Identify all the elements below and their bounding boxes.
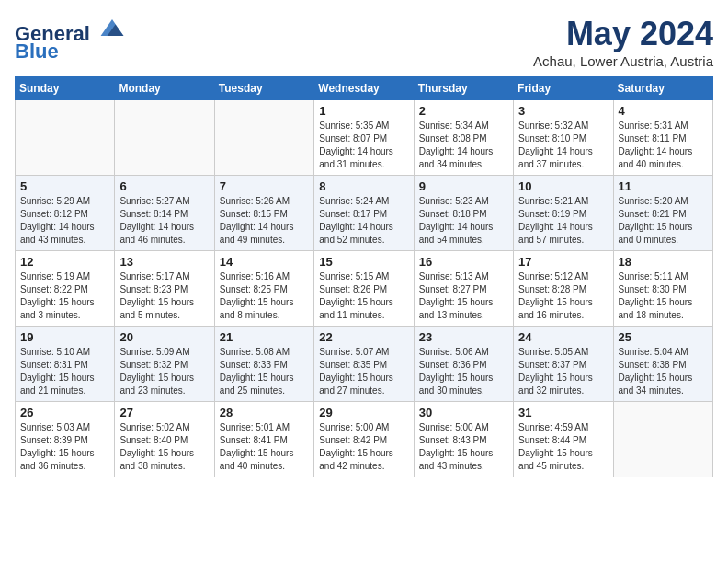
day-number: 19 <box>20 330 109 344</box>
day-number: 6 <box>119 179 209 193</box>
day-number: 31 <box>518 406 608 419</box>
day-number: 3 <box>518 104 608 118</box>
day-number: 27 <box>119 406 209 419</box>
day-info: Sunrise: 5:05 AMSunset: 8:37 PMDaylight:… <box>518 346 608 397</box>
day-info: Sunrise: 5:29 AMSunset: 8:12 PMDaylight:… <box>20 195 109 247</box>
day-cell: 28Sunrise: 5:01 AMSunset: 8:41 PMDayligh… <box>214 402 313 477</box>
day-cell: 16Sunrise: 5:13 AMSunset: 8:27 PMDayligh… <box>414 251 513 327</box>
day-number: 8 <box>319 179 408 193</box>
weekday-header-sunday: Sunday <box>16 77 115 100</box>
day-info: Sunrise: 4:59 AMSunset: 8:44 PMDaylight:… <box>518 421 608 473</box>
day-cell <box>115 100 214 176</box>
day-number: 29 <box>319 406 408 419</box>
day-info: Sunrise: 5:15 AMSunset: 8:26 PMDaylight:… <box>319 270 408 322</box>
day-cell: 19Sunrise: 5:10 AMSunset: 8:31 PMDayligh… <box>16 327 115 402</box>
day-number: 30 <box>419 406 508 419</box>
day-cell: 23Sunrise: 5:06 AMSunset: 8:36 PMDayligh… <box>414 327 513 402</box>
week-row-3: 12Sunrise: 5:19 AMSunset: 8:22 PMDayligh… <box>16 251 713 327</box>
day-cell: 3Sunrise: 5:32 AMSunset: 8:10 PMDaylight… <box>514 100 613 176</box>
day-number: 28 <box>220 406 309 419</box>
week-row-4: 19Sunrise: 5:10 AMSunset: 8:31 PMDayligh… <box>16 327 713 402</box>
day-number: 10 <box>518 179 608 193</box>
day-number: 25 <box>619 330 708 344</box>
day-info: Sunrise: 5:23 AMSunset: 8:18 PMDaylight:… <box>419 195 508 247</box>
day-cell: 4Sunrise: 5:31 AMSunset: 8:11 PMDaylight… <box>613 100 712 176</box>
day-info: Sunrise: 5:13 AMSunset: 8:27 PMDaylight:… <box>419 270 508 322</box>
day-number: 16 <box>419 255 508 269</box>
week-row-1: 1Sunrise: 5:35 AMSunset: 8:07 PMDaylight… <box>16 100 713 176</box>
day-cell: 18Sunrise: 5:11 AMSunset: 8:30 PMDayligh… <box>613 251 712 327</box>
day-cell: 30Sunrise: 5:00 AMSunset: 8:43 PMDayligh… <box>414 402 513 477</box>
day-number: 4 <box>619 104 708 118</box>
day-number: 18 <box>619 255 708 269</box>
day-number: 26 <box>20 406 109 419</box>
day-cell: 7Sunrise: 5:26 AMSunset: 8:15 PMDaylight… <box>214 176 313 251</box>
weekday-header-row: SundayMondayTuesdayWednesdayThursdayFrid… <box>16 77 713 100</box>
day-cell: 12Sunrise: 5:19 AMSunset: 8:22 PMDayligh… <box>16 251 115 327</box>
week-row-2: 5Sunrise: 5:29 AMSunset: 8:12 PMDaylight… <box>16 176 713 251</box>
weekday-header-thursday: Thursday <box>414 77 513 100</box>
day-cell: 8Sunrise: 5:24 AMSunset: 8:17 PMDaylight… <box>314 176 414 251</box>
day-number: 7 <box>220 179 309 193</box>
day-cell <box>214 100 313 176</box>
day-cell: 29Sunrise: 5:00 AMSunset: 8:42 PMDayligh… <box>314 402 414 477</box>
day-info: Sunrise: 5:32 AMSunset: 8:10 PMDaylight:… <box>518 120 608 171</box>
day-info: Sunrise: 5:27 AMSunset: 8:14 PMDaylight:… <box>119 195 209 247</box>
day-info: Sunrise: 5:01 AMSunset: 8:41 PMDaylight:… <box>220 421 309 473</box>
day-cell <box>16 100 115 176</box>
day-number: 21 <box>220 330 309 344</box>
day-info: Sunrise: 5:26 AMSunset: 8:15 PMDaylight:… <box>220 195 309 247</box>
weekday-header-tuesday: Tuesday <box>214 77 313 100</box>
weekday-header-wednesday: Wednesday <box>314 77 414 100</box>
day-number: 14 <box>220 255 309 269</box>
day-cell: 20Sunrise: 5:09 AMSunset: 8:32 PMDayligh… <box>115 327 214 402</box>
location: Achau, Lower Austria, Austria <box>533 53 713 69</box>
day-cell: 11Sunrise: 5:20 AMSunset: 8:21 PMDayligh… <box>613 176 712 251</box>
day-info: Sunrise: 5:07 AMSunset: 8:35 PMDaylight:… <box>319 346 408 397</box>
day-info: Sunrise: 5:00 AMSunset: 8:43 PMDaylight:… <box>419 421 508 473</box>
day-number: 2 <box>419 104 508 118</box>
day-info: Sunrise: 5:06 AMSunset: 8:36 PMDaylight:… <box>419 346 508 397</box>
day-cell: 5Sunrise: 5:29 AMSunset: 8:12 PMDaylight… <box>16 176 115 251</box>
week-row-5: 26Sunrise: 5:03 AMSunset: 8:39 PMDayligh… <box>16 402 713 477</box>
day-cell: 17Sunrise: 5:12 AMSunset: 8:28 PMDayligh… <box>514 251 613 327</box>
day-cell: 24Sunrise: 5:05 AMSunset: 8:37 PMDayligh… <box>514 327 613 402</box>
day-info: Sunrise: 5:10 AMSunset: 8:31 PMDaylight:… <box>20 346 109 397</box>
weekday-header-monday: Monday <box>115 77 214 100</box>
calendar-table: SundayMondayTuesdayWednesdayThursdayFrid… <box>15 76 713 477</box>
day-cell: 2Sunrise: 5:34 AMSunset: 8:08 PMDaylight… <box>414 100 513 176</box>
day-number: 9 <box>419 179 508 193</box>
day-cell: 31Sunrise: 4:59 AMSunset: 8:44 PMDayligh… <box>514 402 613 477</box>
day-info: Sunrise: 5:34 AMSunset: 8:08 PMDaylight:… <box>419 120 508 171</box>
day-number: 12 <box>20 255 109 269</box>
day-info: Sunrise: 5:24 AMSunset: 8:17 PMDaylight:… <box>319 195 408 247</box>
day-cell: 6Sunrise: 5:27 AMSunset: 8:14 PMDaylight… <box>115 176 214 251</box>
day-cell: 10Sunrise: 5:21 AMSunset: 8:19 PMDayligh… <box>514 176 613 251</box>
day-number: 23 <box>419 330 508 344</box>
day-cell: 21Sunrise: 5:08 AMSunset: 8:33 PMDayligh… <box>214 327 313 402</box>
weekday-header-friday: Friday <box>514 77 613 100</box>
day-info: Sunrise: 5:19 AMSunset: 8:22 PMDaylight:… <box>20 270 109 322</box>
day-number: 17 <box>518 255 608 269</box>
day-info: Sunrise: 5:08 AMSunset: 8:33 PMDaylight:… <box>220 346 309 397</box>
day-info: Sunrise: 5:31 AMSunset: 8:11 PMDaylight:… <box>619 120 708 171</box>
day-number: 13 <box>119 255 209 269</box>
day-cell: 25Sunrise: 5:04 AMSunset: 8:38 PMDayligh… <box>613 327 712 402</box>
day-cell: 27Sunrise: 5:02 AMSunset: 8:40 PMDayligh… <box>115 402 214 477</box>
day-number: 1 <box>319 104 408 118</box>
day-info: Sunrise: 5:35 AMSunset: 8:07 PMDaylight:… <box>319 120 408 171</box>
day-info: Sunrise: 5:20 AMSunset: 8:21 PMDaylight:… <box>619 195 708 247</box>
day-info: Sunrise: 5:02 AMSunset: 8:40 PMDaylight:… <box>119 421 209 473</box>
day-cell: 15Sunrise: 5:15 AMSunset: 8:26 PMDayligh… <box>314 251 414 327</box>
day-info: Sunrise: 5:12 AMSunset: 8:28 PMDaylight:… <box>518 270 608 322</box>
day-info: Sunrise: 5:00 AMSunset: 8:42 PMDaylight:… <box>319 421 408 473</box>
day-info: Sunrise: 5:03 AMSunset: 8:39 PMDaylight:… <box>20 421 109 473</box>
day-info: Sunrise: 5:16 AMSunset: 8:25 PMDaylight:… <box>220 270 309 322</box>
day-info: Sunrise: 5:11 AMSunset: 8:30 PMDaylight:… <box>619 270 708 322</box>
day-info: Sunrise: 5:17 AMSunset: 8:23 PMDaylight:… <box>119 270 209 322</box>
day-number: 5 <box>20 179 109 193</box>
day-cell: 9Sunrise: 5:23 AMSunset: 8:18 PMDaylight… <box>414 176 513 251</box>
title-block: May 2024 Achau, Lower Austria, Austria <box>533 15 713 69</box>
day-cell <box>613 402 712 477</box>
logo-icon <box>97 15 127 40</box>
